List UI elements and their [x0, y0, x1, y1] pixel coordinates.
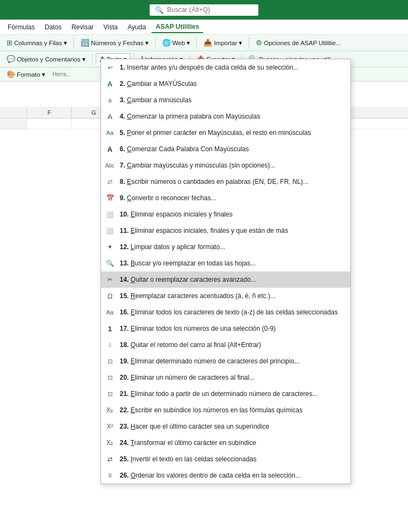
item-10-text: 10. Eliminar espacios iniciales y finale…	[120, 211, 345, 218]
item-24-icon: X₂	[104, 437, 115, 448]
menu-item-4[interactable]: A 4. Comenzar la primera palabra con May…	[101, 108, 350, 125]
menu-item-18[interactable]: ↕ 18. Quitar el retorno del carro al fin…	[101, 337, 350, 353]
numeros-icon: 🔢	[81, 39, 89, 47]
menu-item-25[interactable]: ⇄ 25. Invertir el texto en las celdas se…	[101, 451, 350, 467]
item-17-text: 17. Eliminar todos los números de una se…	[120, 325, 345, 332]
dropdown-menu: ↩ 1. Insertar antes y/u después de cada …	[101, 59, 351, 484]
menu-item-19[interactable]: ⊡ 19. Eliminar determinado número de car…	[101, 353, 350, 369]
item-2-icon: A	[104, 78, 115, 89]
importar-caret: ▾	[239, 39, 242, 47]
item-12-icon: ✦	[104, 242, 115, 252]
menu-item-1[interactable]: ↩ 1. Insertar antes y/u después de cada …	[101, 59, 350, 76]
search-input[interactable]	[167, 6, 243, 14]
menu-asap[interactable]: ASAP Utilities	[151, 21, 203, 33]
web-caret: ▾	[187, 39, 190, 47]
item-14-text: 14. Quitar o reemplazar caracteres avanz…	[120, 276, 345, 283]
item-3-icon: a	[104, 95, 115, 106]
item-1-text: 1. Insertar antes y/u después de cada ce…	[120, 64, 345, 71]
sep1	[73, 38, 74, 48]
search-icon: 🔍	[155, 6, 164, 14]
item-20-icon: ⊡	[104, 372, 115, 383]
menu-item-20[interactable]: ⊡ 20. Eliminar un número de caracteres a…	[101, 369, 350, 386]
item-6-icon: A	[104, 144, 115, 154]
item-10-icon: ⬜	[104, 209, 115, 220]
cell-f[interactable]	[27, 119, 72, 129]
menu-item-22[interactable]: X₂ 22. Escribir en subíndice los números…	[101, 402, 350, 418]
menu-item-3[interactable]: a 3. Cambiar a minúsculas	[101, 92, 350, 108]
web-icon: 🌐	[162, 39, 171, 47]
item-11-text: 11. Eliminar espacios iniciales, finales…	[120, 227, 345, 234]
item-14-icon: ✂	[104, 274, 115, 285]
item-21-icon: ⊡	[104, 388, 115, 399]
menu-item-12[interactable]: ✦ 12. Limpiar datos y aplicar formato...	[101, 239, 350, 255]
opciones-icon: ⚙	[256, 39, 262, 47]
menu-item-11[interactable]: ⬜ 11. Eliminar espacios iniciales, final…	[101, 222, 350, 239]
menu-item-10[interactable]: ⬜ 10. Eliminar espacios iniciales y fina…	[101, 206, 350, 222]
objetos-caret: ▾	[82, 55, 85, 63]
item-13-text: 13. Buscar y/o reemplazar en todas las h…	[120, 259, 345, 267]
menu-item-16[interactable]: Aa 16. Eliminar todos los caracteres de …	[101, 304, 350, 320]
item-13-icon: 🔍	[104, 258, 115, 269]
formato-caret: ▾	[42, 71, 45, 78]
ribbon-btn-web[interactable]: 🌐 Web ▾	[159, 38, 193, 48]
menu-item-17[interactable]: 1 17. Eliminar todos los números de una …	[101, 320, 350, 337]
item-4-text: 4. Comenzar la primera palabra con Mayús…	[120, 113, 345, 120]
menu-item-14[interactable]: ✂ 14. Quitar o reemplazar caracteres ava…	[101, 271, 350, 288]
item-18-text: 18. Quitar el retorno del carro al final…	[120, 341, 345, 349]
sep5	[92, 54, 92, 65]
menu-item-8[interactable]: ⇄ 8. Escribir números o cantidades en pa…	[101, 174, 350, 190]
menu-item-26[interactable]: ≡ 26. Ordenar los valores dentro de cada…	[101, 467, 350, 484]
menu-ayuda[interactable]: Ayuda	[123, 22, 151, 33]
item-25-text: 25. Invertir el texto en las celdas sele…	[120, 455, 345, 463]
menu-item-9[interactable]: 📅 9. Convertir o reconocer fechas...	[101, 190, 350, 206]
item-5-text: 5. Poner el primer carácter en Mayúscula…	[120, 129, 345, 137]
col-f-header: F	[27, 107, 72, 118]
item-11-icon: ⬜	[104, 225, 115, 236]
menu-formulas[interactable]: Fórmulas	[3, 22, 39, 33]
item-16-text: 16. Eliminar todos los caracteres de tex…	[120, 308, 345, 316]
numeros-caret: ▾	[145, 39, 149, 47]
item-24-text: 24. Transformar el último carácter en su…	[120, 439, 345, 447]
ribbon-btn-formato[interactable]: 🎨 Formato ▾	[3, 69, 48, 79]
sep4	[249, 38, 249, 48]
menu-item-24[interactable]: X₂ 24. Transformar el último carácter en…	[101, 435, 350, 451]
item-4-icon: A	[104, 111, 115, 122]
ribbon-btn-columnas[interactable]: ⊞ Columnas y Filas ▾	[3, 38, 70, 48]
item-9-icon: 📅	[104, 193, 115, 203]
item-16-icon: Aa	[104, 307, 115, 318]
ribbon-btn-objetos[interactable]: 💬 Objetos y Comentarios ▾	[3, 54, 89, 64]
menu-item-15[interactable]: Ω 15. Reemplazar caracteres acentuados (…	[101, 288, 350, 304]
item-9-text: 9. Convertir o reconocer fechas...	[120, 194, 345, 202]
menu-item-2[interactable]: A 2. Cambiar a MAYÚSculas	[101, 76, 350, 92]
menu-item-13[interactable]: 🔍 13. Buscar y/o reemplazar en todas las…	[101, 255, 350, 271]
item-2-text: 2. Cambiar a MAYÚSculas	[120, 80, 345, 88]
menu-item-7[interactable]: Abc 7. Cambiar mayúsculas y minúsculas (…	[101, 157, 350, 174]
menu-item-6[interactable]: A 6. Comenzar Cada Palabra Con Mayúscula…	[101, 141, 350, 157]
item-25-icon: ⇄	[104, 454, 115, 465]
menu-vista[interactable]: Vista	[99, 22, 122, 33]
item-20-text: 20. Eliminar un número de caracteres al …	[120, 374, 345, 381]
menu-item-23[interactable]: X² 23. Hacer que el último carácter sea …	[101, 418, 350, 435]
item-6-text: 6. Comenzar Cada Palabra Con Mayúsculas	[120, 145, 345, 153]
item-7-icon: Abc	[104, 160, 115, 171]
menu-revisar[interactable]: Revisar	[67, 22, 98, 33]
menu-item-21[interactable]: ⊡ 21. Eliminar todo a partir de un deter…	[101, 386, 350, 402]
ribbon-btn-numeros[interactable]: 🔢 Números y Fechas ▾	[77, 38, 152, 48]
formato-icon: 🎨	[7, 70, 15, 78]
item-26-text: 26. Ordenar los valores dentro de cada c…	[120, 472, 345, 479]
item-23-text: 23. Hacer que el último carácter sea un …	[120, 423, 345, 430]
item-19-text: 19. Eliminar determinado número de carac…	[120, 357, 345, 365]
item-7-text: 7. Cambiar mayúsculas y minúsculas (sin …	[120, 162, 345, 169]
ribbon-btn-opciones[interactable]: ⚙ Opciones de ASAP Utilitie...	[252, 38, 344, 48]
menu-item-5[interactable]: Aa 5. Poner el primer carácter en Mayúsc…	[101, 125, 350, 141]
search-box[interactable]: 🔍	[150, 4, 258, 16]
ribbon-btn-importar[interactable]: 📥 Importar ▾	[200, 38, 245, 48]
item-12-text: 12. Limpiar datos y aplicar formato...	[120, 243, 345, 251]
sep2	[155, 38, 156, 48]
menu-datos[interactable]: Datos	[40, 22, 66, 33]
item-5-icon: Aa	[104, 127, 115, 138]
row-num-header	[0, 107, 27, 118]
item-18-icon: ↕	[104, 339, 115, 350]
item-23-icon: X²	[104, 421, 115, 432]
item-26-icon: ≡	[104, 470, 115, 481]
